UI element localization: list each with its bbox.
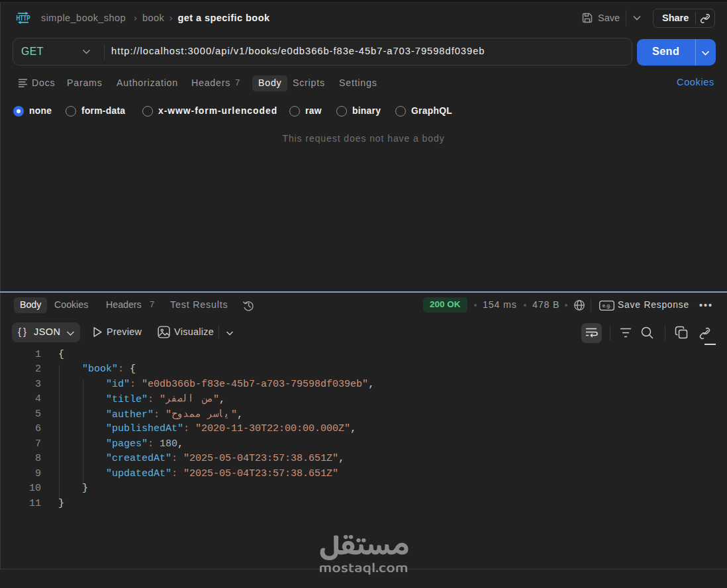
svg-text:HTTP: HTTP: [17, 15, 30, 22]
svg-text:e.g.: e.g.: [603, 303, 611, 309]
